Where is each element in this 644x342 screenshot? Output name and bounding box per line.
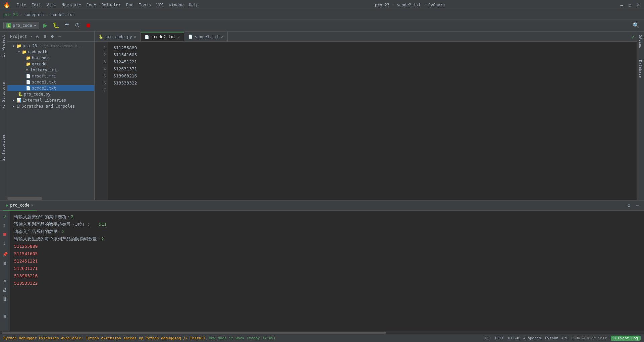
output-line-6: 511541605 xyxy=(14,250,640,258)
file-icon-mrsoft: 📄 xyxy=(26,74,31,78)
collapse-icon[interactable]: ⊟ xyxy=(42,34,48,40)
event-log-button[interactable]: 3 Event Log xyxy=(611,336,641,341)
run-output-scrollbar[interactable] xyxy=(0,331,644,334)
right-vtab-database[interactable]: Database xyxy=(638,58,643,79)
tree-path-pro23: D:\future\Exams_o... xyxy=(40,44,84,48)
settings-icon[interactable]: ⚙ xyxy=(49,34,55,40)
maximize-button[interactable]: ❐ xyxy=(627,2,633,8)
window-controls: — ❐ ✕ xyxy=(619,2,641,8)
run-tab-procode[interactable]: ▶ pro_code ✕ xyxy=(3,201,37,211)
menu-edit[interactable]: Edit xyxy=(29,2,44,8)
stop-button[interactable]: ⏹ xyxy=(84,21,93,30)
menu-bar: File Edit View Navigate Code Refactor Ru… xyxy=(14,2,201,8)
tree-item-pro23[interactable]: ▾ 📁 pro_23 D:\future\Exams_o... xyxy=(7,43,94,49)
folder-icon-barcode: 📁 xyxy=(26,56,31,60)
tree-item-scode2[interactable]: 📄 scode2.txt xyxy=(7,85,94,91)
scroll-up-btn[interactable]: ↑ xyxy=(1,221,9,229)
status-encoding[interactable]: UTF-8 xyxy=(508,336,519,340)
tab-scode1[interactable]: 📄 scode1.txt ✕ xyxy=(184,32,228,41)
menu-navigate[interactable]: Navigate xyxy=(59,2,84,8)
tree-item-grcode[interactable]: 📁 grcode xyxy=(7,61,94,67)
status-indent[interactable]: 4 spaces xyxy=(523,336,541,340)
run-tab-close[interactable]: ✕ xyxy=(31,203,33,207)
profile-button[interactable]: ⏱ xyxy=(73,21,82,30)
tree-label-extlibs: External Libraries xyxy=(22,98,66,103)
line-num-1: 1 xyxy=(95,44,106,51)
scratches-icon: 🗒 xyxy=(16,104,20,109)
tab-close-scode2[interactable]: ✕ xyxy=(177,35,180,39)
minimize-button[interactable]: — xyxy=(619,2,625,8)
locate-icon[interactable]: ◎ xyxy=(35,34,41,40)
project-panel-scrollbar[interactable] xyxy=(7,197,94,200)
tab-label-scode2: scode2.txt xyxy=(151,35,175,39)
tree-label-scode2: scode2.txt xyxy=(32,86,56,91)
tab-procode[interactable]: 🐍 pro_code.py ✕ xyxy=(95,32,141,41)
tree-item-scratches[interactable]: ▸ 🗒 Scratches and Consoles xyxy=(7,103,94,109)
tree-label-mrsoft: mrsoft.mri xyxy=(32,74,56,78)
line-numbers: 1 2 3 4 5 6 7 xyxy=(95,42,108,200)
tree-item-mrsoft[interactable]: 📄 mrsoft.mri xyxy=(7,73,94,79)
right-sidebar: SAview Database xyxy=(637,32,644,200)
output-line-5: 511255889 xyxy=(14,243,640,250)
right-vtab-saview[interactable]: SAview xyxy=(638,33,643,50)
tree-item-ext-libs[interactable]: ▸ 📊 External Libraries xyxy=(7,97,94,103)
project-folder-icon: 📁 xyxy=(16,44,21,48)
menu-window[interactable]: Window xyxy=(167,2,186,8)
run-button[interactable]: ▶ xyxy=(41,21,50,30)
sidebar-vtab-favorites[interactable]: 2: Favorites xyxy=(1,132,6,162)
line-num-5: 5 xyxy=(95,72,106,79)
menu-help[interactable]: Help xyxy=(186,2,201,8)
run-config-label: pro_code xyxy=(13,23,32,28)
sort-btn[interactable]: ⇅ xyxy=(1,277,9,284)
code-editor[interactable]: 1 2 3 4 5 6 7 511255889 511541605 512451… xyxy=(95,42,637,200)
libs-icon: 📊 xyxy=(16,98,21,103)
menu-view[interactable]: View xyxy=(44,2,59,8)
expand-btn[interactable]: ⊞ xyxy=(1,312,9,320)
expand-icon-codepath: ▾ xyxy=(18,50,20,54)
output-line-2: 请输入系列产品的数字起始号（3位）： 511 xyxy=(14,221,640,228)
tab-close-procode[interactable]: ✕ xyxy=(134,35,136,39)
tab-close-scode1[interactable]: ✕ xyxy=(221,35,223,39)
menu-tools[interactable]: Tools xyxy=(137,2,153,8)
sidebar-vtab-structure[interactable]: 7: Structure xyxy=(1,80,6,110)
tree-item-scode1[interactable]: 📄 scode1.txt xyxy=(7,79,94,85)
app-logo: 🔥 xyxy=(3,2,10,8)
run-config-selector[interactable]: 🐍 pro_code ▾ xyxy=(3,22,39,29)
breadcrumb-codepath[interactable]: codepath xyxy=(24,12,44,17)
status-position[interactable]: 1:1 xyxy=(484,336,491,340)
search-everywhere-button[interactable]: 🔍 xyxy=(631,21,641,30)
status-line-ending[interactable]: CRLF xyxy=(495,336,504,340)
tree-item-barcode[interactable]: 📁 barcode xyxy=(7,55,94,61)
menu-vcs[interactable]: VCS xyxy=(154,2,166,8)
breadcrumb-scode2[interactable]: scode2.txt xyxy=(50,12,74,17)
tree-item-codepath[interactable]: ▾ 📁 codepath xyxy=(7,49,94,55)
menu-code[interactable]: Code xyxy=(84,2,99,8)
pin-btn[interactable]: 📌 xyxy=(1,250,9,258)
menu-file[interactable]: File xyxy=(14,2,29,8)
hide-panel-icon[interactable]: — xyxy=(57,34,63,40)
close-button[interactable]: ✕ xyxy=(635,2,641,8)
tree-item-procode[interactable]: 🐍 pro_code.py xyxy=(7,91,94,97)
code-content[interactable]: 511255889 511541605 512451221 512631371 … xyxy=(108,42,637,200)
tab-label-procode: pro_code.py xyxy=(105,35,132,39)
clear-btn[interactable]: 🗑 xyxy=(1,295,9,302)
status-how-to[interactable]: How does it work (today 17:45) xyxy=(209,336,276,340)
breadcrumb-project[interactable]: pro_23 xyxy=(3,12,18,17)
status-interpreter[interactable]: Python 3.9 xyxy=(545,336,567,340)
line-num-2: 2 xyxy=(95,51,106,58)
debug-button[interactable]: 🐛 xyxy=(51,21,61,30)
coverage-button[interactable]: ☂ xyxy=(62,21,71,30)
stop-run-btn[interactable]: ⏹ xyxy=(1,230,9,238)
settings-btn[interactable]: ⚙ xyxy=(625,202,633,209)
rerun-btn[interactable]: ↺ xyxy=(1,212,9,220)
menu-run[interactable]: Run xyxy=(124,2,136,8)
sidebar-vtab-project[interactable]: 1: Project xyxy=(1,33,6,59)
wrap-btn[interactable]: ⊟ xyxy=(1,260,9,267)
scroll-down-btn[interactable]: ↓ xyxy=(1,239,9,247)
menu-refactor[interactable]: Refactor xyxy=(99,2,123,8)
project-dropdown-icon[interactable]: ▾ xyxy=(31,34,33,39)
tree-item-lottery[interactable]: ≡ lottery.ini xyxy=(7,67,94,73)
tab-scode2[interactable]: 📄 scode2.txt ✕ xyxy=(141,32,184,41)
hide-run-panel-btn[interactable]: — xyxy=(634,202,641,209)
print-btn[interactable]: 🖨 xyxy=(1,286,9,293)
